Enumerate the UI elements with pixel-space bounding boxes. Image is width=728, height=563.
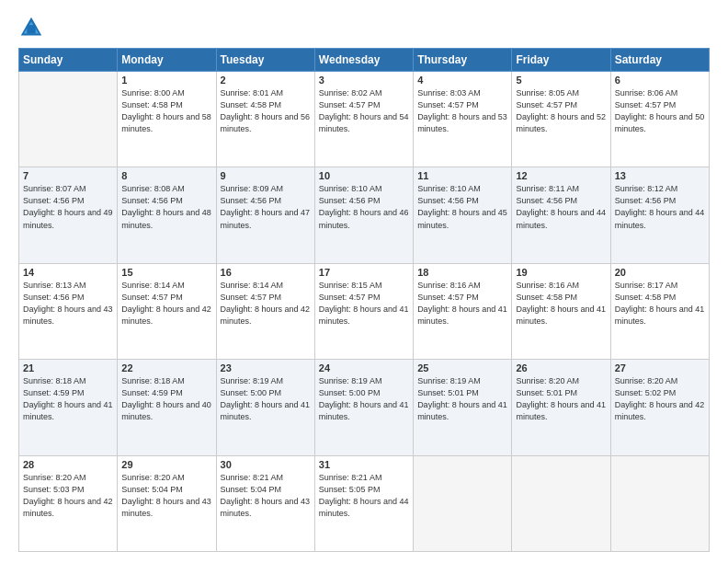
sunrise: Sunrise: 8:12 AM <box>615 184 678 193</box>
sunrise: Sunrise: 8:16 AM <box>516 281 579 290</box>
daylight: Daylight: 8 hours and 44 minutes. <box>615 208 705 229</box>
page: SundayMondayTuesdayWednesdayThursdayFrid… <box>0 0 728 563</box>
daylight: Daylight: 8 hours and 54 minutes. <box>319 112 409 133</box>
calendar-cell: 30 Sunrise: 8:21 AM Sunset: 5:04 PM Dayl… <box>216 455 314 551</box>
day-info: Sunrise: 8:18 AM Sunset: 4:59 PM Dayligh… <box>121 375 211 423</box>
sunset: Sunset: 5:01 PM <box>516 388 577 397</box>
col-header-wednesday: Wednesday <box>314 49 413 72</box>
day-number: 8 <box>121 170 211 181</box>
sunset: Sunset: 4:58 PM <box>615 293 677 302</box>
calendar-cell: 6 Sunrise: 8:06 AM Sunset: 4:57 PM Dayli… <box>610 72 709 167</box>
sunrise: Sunrise: 8:09 AM <box>221 184 284 193</box>
svg-rect-2 <box>27 25 35 33</box>
sunrise: Sunrise: 8:02 AM <box>319 88 382 98</box>
col-header-thursday: Thursday <box>414 49 512 72</box>
calendar-cell: 12 Sunrise: 8:11 AM Sunset: 4:56 PM Dayl… <box>512 167 610 263</box>
sunrise: Sunrise: 8:21 AM <box>221 473 284 482</box>
day-number: 3 <box>319 75 409 86</box>
day-info: Sunrise: 8:07 AM Sunset: 4:56 PM Dayligh… <box>23 183 113 231</box>
day-info: Sunrise: 8:13 AM Sunset: 4:56 PM Dayligh… <box>23 280 113 327</box>
daylight: Daylight: 8 hours and 52 minutes. <box>516 112 606 133</box>
sunrise: Sunrise: 8:14 AM <box>221 281 284 290</box>
sunrise: Sunrise: 8:15 AM <box>319 281 382 290</box>
day-info: Sunrise: 8:20 AM Sunset: 5:01 PM Dayligh… <box>516 375 606 423</box>
daylight: Daylight: 8 hours and 41 minutes. <box>417 304 507 326</box>
day-info: Sunrise: 8:19 AM Sunset: 5:00 PM Dayligh… <box>221 375 311 423</box>
sunset: Sunset: 4:56 PM <box>319 196 381 205</box>
day-number: 13 <box>615 170 705 181</box>
col-header-sunday: Sunday <box>19 49 118 72</box>
calendar-cell <box>512 455 610 551</box>
daylight: Daylight: 8 hours and 42 minutes. <box>23 497 113 518</box>
daylight: Daylight: 8 hours and 56 minutes. <box>221 112 311 133</box>
day-number: 22 <box>121 362 211 373</box>
day-number: 16 <box>221 267 311 278</box>
col-header-friday: Friday <box>512 49 610 72</box>
day-info: Sunrise: 8:08 AM Sunset: 4:56 PM Dayligh… <box>121 183 211 231</box>
daylight: Daylight: 8 hours and 44 minutes. <box>516 208 606 229</box>
calendar-cell: 23 Sunrise: 8:19 AM Sunset: 5:00 PM Dayl… <box>216 360 314 455</box>
sunrise: Sunrise: 8:03 AM <box>417 88 481 98</box>
daylight: Daylight: 8 hours and 42 minutes. <box>121 304 211 326</box>
daylight: Daylight: 8 hours and 58 minutes. <box>121 112 211 133</box>
calendar-cell: 4 Sunrise: 8:03 AM Sunset: 4:57 PM Dayli… <box>414 72 512 167</box>
day-number: 21 <box>23 362 113 373</box>
calendar-cell: 22 Sunrise: 8:18 AM Sunset: 4:59 PM Dayl… <box>118 360 216 455</box>
daylight: Daylight: 8 hours and 41 minutes. <box>417 400 507 421</box>
header-row: SundayMondayTuesdayWednesdayThursdayFrid… <box>19 49 710 72</box>
col-header-saturday: Saturday <box>610 49 709 72</box>
calendar-cell: 8 Sunrise: 8:08 AM Sunset: 4:56 PM Dayli… <box>118 167 216 263</box>
day-number: 12 <box>516 170 606 181</box>
daylight: Daylight: 8 hours and 41 minutes. <box>23 400 113 421</box>
day-number: 10 <box>319 170 409 181</box>
sunrise: Sunrise: 8:20 AM <box>121 473 185 482</box>
daylight: Daylight: 8 hours and 41 minutes. <box>516 400 606 421</box>
daylight: Daylight: 8 hours and 50 minutes. <box>615 112 705 133</box>
sunset: Sunset: 4:56 PM <box>23 196 85 205</box>
sunset: Sunset: 5:00 PM <box>221 388 282 397</box>
day-number: 9 <box>221 170 311 181</box>
sunset: Sunset: 4:58 PM <box>516 293 577 302</box>
day-number: 15 <box>121 267 211 278</box>
sunrise: Sunrise: 8:20 AM <box>23 473 86 482</box>
sunrise: Sunrise: 8:19 AM <box>417 376 481 385</box>
day-number: 5 <box>516 75 606 86</box>
daylight: Daylight: 8 hours and 43 minutes. <box>221 497 311 518</box>
sunset: Sunset: 4:57 PM <box>121 293 183 302</box>
sunrise: Sunrise: 8:20 AM <box>615 376 678 385</box>
col-header-tuesday: Tuesday <box>216 49 314 72</box>
daylight: Daylight: 8 hours and 49 minutes. <box>23 208 113 229</box>
sunset: Sunset: 4:57 PM <box>221 293 282 302</box>
day-number: 24 <box>319 362 409 373</box>
calendar-cell: 20 Sunrise: 8:17 AM Sunset: 4:58 PM Dayl… <box>610 263 709 359</box>
daylight: Daylight: 8 hours and 44 minutes. <box>319 497 409 518</box>
sunset: Sunset: 4:59 PM <box>23 388 85 397</box>
sunrise: Sunrise: 8:17 AM <box>615 281 678 290</box>
daylight: Daylight: 8 hours and 41 minutes. <box>615 304 705 326</box>
day-info: Sunrise: 8:16 AM Sunset: 4:58 PM Dayligh… <box>516 280 606 327</box>
sunset: Sunset: 5:01 PM <box>417 388 479 397</box>
calendar-cell: 16 Sunrise: 8:14 AM Sunset: 4:57 PM Dayl… <box>216 263 314 359</box>
day-number: 2 <box>221 75 311 86</box>
week-row-1: 1 Sunrise: 8:00 AM Sunset: 4:58 PM Dayli… <box>19 72 710 167</box>
calendar-cell: 25 Sunrise: 8:19 AM Sunset: 5:01 PM Dayl… <box>414 360 512 455</box>
day-info: Sunrise: 8:19 AM Sunset: 5:01 PM Dayligh… <box>417 375 507 423</box>
calendar-cell: 10 Sunrise: 8:10 AM Sunset: 4:56 PM Dayl… <box>314 167 413 263</box>
daylight: Daylight: 8 hours and 41 minutes. <box>319 400 409 421</box>
sunset: Sunset: 4:56 PM <box>221 196 282 205</box>
daylight: Daylight: 8 hours and 41 minutes. <box>221 400 311 421</box>
day-info: Sunrise: 8:10 AM Sunset: 4:56 PM Dayligh… <box>319 183 409 231</box>
day-number: 28 <box>23 459 113 470</box>
calendar-cell: 2 Sunrise: 8:01 AM Sunset: 4:58 PM Dayli… <box>216 72 314 167</box>
day-number: 17 <box>319 267 409 278</box>
day-info: Sunrise: 8:00 AM Sunset: 4:58 PM Dayligh… <box>121 87 211 135</box>
sunrise: Sunrise: 8:05 AM <box>516 88 579 98</box>
sunset: Sunset: 4:58 PM <box>121 100 183 109</box>
day-number: 11 <box>417 170 507 181</box>
day-number: 30 <box>221 459 311 470</box>
sunset: Sunset: 4:57 PM <box>319 293 381 302</box>
day-info: Sunrise: 8:12 AM Sunset: 4:56 PM Dayligh… <box>615 183 705 231</box>
daylight: Daylight: 8 hours and 53 minutes. <box>417 112 507 133</box>
sunset: Sunset: 5:05 PM <box>319 485 381 494</box>
day-number: 19 <box>516 267 606 278</box>
